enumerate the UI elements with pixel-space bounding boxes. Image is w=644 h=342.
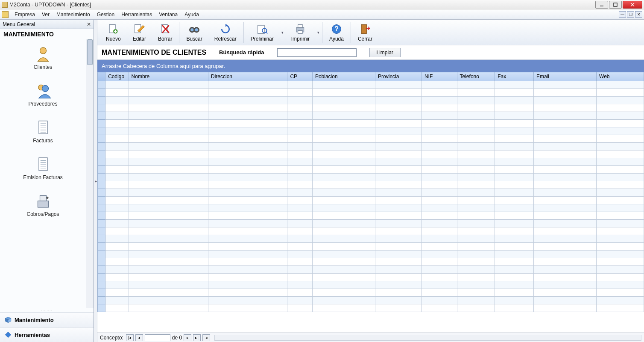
grid-cell[interactable] (597, 135, 644, 143)
grid-cell[interactable] (208, 227, 287, 235)
table-row[interactable] (98, 174, 644, 181)
grid-cell[interactable] (129, 112, 208, 120)
grid-cell[interactable] (533, 174, 596, 181)
sidebar-item-clientes[interactable]: Clientes (0, 39, 86, 76)
grid-cell[interactable] (457, 197, 495, 204)
grid-cell[interactable] (129, 281, 208, 289)
toolbar-preliminar-button[interactable]: Preliminar (245, 20, 280, 45)
grid-cell[interactable] (312, 89, 375, 97)
grid-cell[interactable] (375, 135, 422, 143)
grid-cell[interactable] (287, 204, 312, 212)
grid-cell[interactable] (533, 143, 596, 150)
grid-cell[interactable] (208, 251, 287, 258)
grid-cell[interactable] (287, 89, 312, 97)
grid-cell[interactable] (312, 158, 375, 166)
menu-empresa[interactable]: Empresa (11, 10, 38, 19)
grid-cell[interactable] (129, 243, 208, 251)
grid-cell[interactable] (457, 220, 495, 227)
grid-cell[interactable] (312, 197, 375, 204)
grid-cell[interactable] (375, 166, 422, 174)
grid-cell[interactable] (495, 235, 534, 243)
row-header[interactable] (98, 297, 105, 304)
grid-cell[interactable] (422, 120, 457, 127)
grid-cell[interactable] (422, 104, 457, 112)
grid-cell[interactable] (422, 204, 457, 212)
grid-cell[interactable] (422, 274, 457, 281)
grid-cell[interactable] (375, 158, 422, 166)
grid-cell[interactable] (105, 289, 129, 297)
grid-cell[interactable] (495, 112, 534, 120)
grid-cell[interactable] (457, 112, 495, 120)
grid-cell[interactable] (422, 220, 457, 227)
table-row[interactable] (98, 166, 644, 174)
table-row[interactable] (98, 97, 644, 104)
grid-cell[interactable] (495, 181, 534, 189)
table-row[interactable] (98, 204, 644, 212)
grid-cell[interactable] (208, 112, 287, 120)
grid-cell[interactable] (422, 181, 457, 189)
grid-cell[interactable] (129, 89, 208, 97)
grid-cell[interactable] (597, 235, 644, 243)
grid-cell[interactable] (422, 81, 457, 89)
grid-cell[interactable] (208, 220, 287, 227)
grid-cell[interactable] (457, 297, 495, 304)
row-header[interactable] (98, 150, 105, 158)
menu-mantenimiento[interactable]: Mantenimiento (53, 10, 94, 19)
grid-cell[interactable] (208, 243, 287, 251)
grid-cell[interactable] (597, 266, 644, 274)
grid-cell[interactable] (208, 258, 287, 266)
grid-cell[interactable] (597, 304, 644, 312)
grid-cell[interactable] (287, 81, 312, 89)
table-row[interactable] (98, 197, 644, 204)
grid-cell[interactable] (422, 97, 457, 104)
grid-cell[interactable] (129, 251, 208, 258)
grid-cell[interactable] (287, 297, 312, 304)
grid-cell[interactable] (422, 258, 457, 266)
grid-cell[interactable] (597, 81, 644, 89)
grid-cell[interactable] (457, 150, 495, 158)
table-row[interactable] (98, 251, 644, 258)
grid-cell[interactable] (208, 197, 287, 204)
table-row[interactable] (98, 81, 644, 89)
grid-cell[interactable] (495, 227, 534, 235)
grid-cell[interactable] (533, 120, 596, 127)
mdi-minimize-button[interactable]: — (619, 11, 626, 18)
grid-cell[interactable] (129, 289, 208, 297)
grid-cell[interactable] (495, 158, 534, 166)
table-row[interactable] (98, 104, 644, 112)
grid-cell[interactable] (208, 289, 287, 297)
grid-cell[interactable] (287, 135, 312, 143)
grid-cell[interactable] (105, 297, 129, 304)
grid-cell[interactable] (495, 266, 534, 274)
grid-cell[interactable] (129, 258, 208, 266)
table-row[interactable] (98, 181, 644, 189)
grid-cell[interactable] (422, 251, 457, 258)
sidebar-close-button[interactable]: ✕ (87, 21, 91, 27)
menu-ventana[interactable]: Ventana (155, 10, 181, 19)
table-row[interactable] (98, 297, 644, 304)
table-row[interactable] (98, 158, 644, 166)
row-header[interactable] (98, 243, 105, 251)
grid-cell[interactable] (375, 174, 422, 181)
toolbar-imprimir-button[interactable]: Imprimir (285, 20, 316, 45)
grid-cell[interactable] (105, 204, 129, 212)
grid-cell[interactable] (129, 150, 208, 158)
grid-cell[interactable] (597, 166, 644, 174)
grid-cell[interactable] (597, 243, 644, 251)
row-header[interactable] (98, 81, 105, 89)
clear-search-button[interactable]: Limpiar (369, 48, 401, 57)
grid-cell[interactable] (208, 281, 287, 289)
grid-cell[interactable] (457, 127, 495, 135)
grid-cell[interactable] (495, 297, 534, 304)
grid-cell[interactable] (533, 289, 596, 297)
grid-cell[interactable] (312, 274, 375, 281)
table-row[interactable] (98, 235, 644, 243)
grid-cell[interactable] (457, 235, 495, 243)
grid-cell[interactable] (375, 220, 422, 227)
grid-cell[interactable] (422, 112, 457, 120)
toolbar-cerrar-button[interactable]: Cerrar (352, 20, 378, 45)
grid-cell[interactable] (312, 235, 375, 243)
row-header[interactable] (98, 227, 105, 235)
grid-cell[interactable] (495, 220, 534, 227)
grid-cell[interactable] (533, 266, 596, 274)
